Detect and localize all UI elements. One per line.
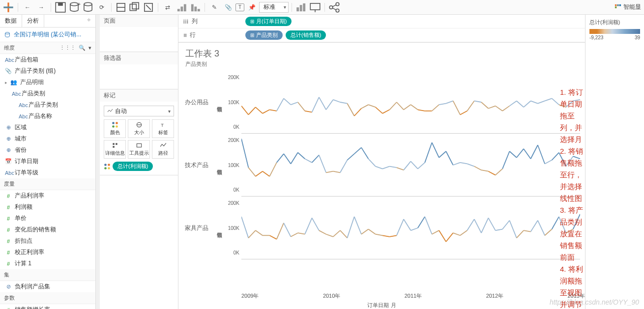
field-item[interactable]: ⊕省份 <box>0 144 95 156</box>
new-worksheet-icon[interactable] <box>115 1 127 13</box>
sheet-title[interactable]: 工作表 3 <box>178 43 585 60</box>
mark-detail[interactable]: 详细信息 <box>104 140 126 159</box>
field-item[interactable]: #销售额增长率 <box>0 304 95 309</box>
svg-line-83 <box>481 102 488 109</box>
highlight-icon[interactable]: ✎ <box>208 1 221 13</box>
svg-line-90 <box>531 101 538 103</box>
mark-path[interactable]: 路径 <box>152 140 174 159</box>
sort-asc-icon[interactable] <box>175 1 188 13</box>
field-item[interactable]: Abc产品子类别 <box>0 99 95 111</box>
svg-line-186 <box>531 221 538 232</box>
pane-menu-icon[interactable]: ÷ <box>82 15 95 27</box>
columns-shelf[interactable]: ⊞月(订单日期) <box>242 17 585 26</box>
filters-shelf[interactable] <box>100 64 178 89</box>
clear-icon[interactable] <box>142 1 155 13</box>
field-item[interactable]: ⊕城市 <box>0 133 95 144</box>
smart-show-button[interactable]: 智能显 <box>615 3 641 11</box>
mark-tooltip[interactable]: 工具提示 <box>128 140 150 159</box>
svg-line-51 <box>256 107 263 113</box>
line-plot[interactable] <box>241 71 580 134</box>
pages-shelf[interactable] <box>100 27 178 52</box>
shelf-pill[interactable]: ⊞产品类别 <box>245 30 283 40</box>
svg-line-99 <box>256 171 263 176</box>
mark-label[interactable]: T标签 <box>152 119 174 138</box>
svg-line-165 <box>382 235 389 237</box>
svg-line-65 <box>354 109 361 116</box>
field-item[interactable]: #校正利润率 <box>0 247 95 258</box>
dim-search-icon[interactable]: 🔍 <box>79 45 86 51</box>
line-plot[interactable] <box>241 134 580 197</box>
field-item[interactable]: Abc产品类别 <box>0 88 95 99</box>
svg-line-110 <box>333 171 340 173</box>
svg-point-47 <box>104 167 107 169</box>
field-item[interactable]: #产品利润率 <box>0 190 95 201</box>
presentation-icon[interactable] <box>309 1 322 13</box>
svg-line-118 <box>389 167 396 168</box>
svg-line-112 <box>347 154 354 160</box>
instruction-annotations: 1. 将订单日期拖至列，并选择月2. 将销售额拖至行，并选择线性图3. 将产品类… <box>560 86 585 309</box>
svg-line-107 <box>312 155 319 163</box>
rows-shelf[interactable]: ⊞产品类别总计(销售额) <box>242 30 585 40</box>
sort-desc-icon[interactable] <box>189 1 202 13</box>
shelf-pill[interactable]: ⊞月(订单日期) <box>245 17 292 26</box>
show-me-icon[interactable] <box>295 1 308 13</box>
group-icon[interactable]: 📎 <box>222 1 234 13</box>
back-icon[interactable]: ← <box>21 1 34 13</box>
field-item[interactable]: #计算 1 <box>0 258 95 269</box>
marks-color-pill[interactable]: 总计(利润额) <box>113 162 153 171</box>
tab-analytics[interactable]: 分析 <box>22 15 44 27</box>
svg-line-171 <box>425 217 432 234</box>
shelf-pill[interactable]: 总计(销售额) <box>286 30 326 40</box>
svg-line-103 <box>284 154 291 164</box>
svg-rect-17 <box>194 6 197 11</box>
svg-point-26 <box>336 9 339 12</box>
svg-line-64 <box>347 104 354 116</box>
save-icon[interactable] <box>54 1 67 13</box>
marks-type-select[interactable]: 自动 <box>104 106 174 116</box>
field-item[interactable]: Abc产品包箱 <box>0 54 95 65</box>
svg-line-145 <box>241 217 248 238</box>
text-icon[interactable]: T <box>235 3 244 11</box>
datasource-item[interactable]: 全国订单明细 (某公司销... <box>0 28 95 42</box>
forward-icon[interactable]: → <box>35 1 48 13</box>
field-item[interactable]: Abc订单等级 <box>0 167 95 178</box>
svg-line-126 <box>446 151 453 165</box>
swap-icon[interactable]: ⇄ <box>161 1 174 13</box>
field-item[interactable]: #利润额 <box>0 201 95 213</box>
sets-header: 集 <box>0 269 95 281</box>
legend-title: 总计(利润额) <box>589 19 640 26</box>
svg-line-163 <box>368 229 375 234</box>
svg-line-146 <box>248 230 255 238</box>
svg-line-52 <box>263 110 269 113</box>
params-header: 参数 <box>0 292 95 304</box>
refresh-icon[interactable]: ⟳ <box>95 1 108 13</box>
tab-data[interactable]: 数据 <box>0 15 22 27</box>
field-item[interactable]: #折扣点 <box>0 235 95 247</box>
svg-line-129 <box>467 164 474 166</box>
svg-text:+: + <box>78 1 81 7</box>
pin-icon[interactable]: 📌 <box>245 1 258 13</box>
field-item[interactable]: ⊕区域 <box>0 122 95 133</box>
view-size-select[interactable]: 标准 <box>259 2 289 13</box>
field-item[interactable]: 📎产品子类别 (组) <box>0 65 95 77</box>
field-item[interactable]: 👥产品明细 <box>0 77 95 88</box>
share-icon[interactable] <box>328 1 341 13</box>
svg-line-179 <box>481 218 488 233</box>
measures-header: 度量 <box>0 178 95 190</box>
new-datasource-icon[interactable]: + <box>68 1 81 13</box>
mark-size[interactable]: 大小 <box>128 119 150 138</box>
field-item[interactable]: #变化后的销售额 <box>0 224 95 235</box>
field-item[interactable]: #单价 <box>0 213 95 224</box>
svg-line-71 <box>397 102 404 110</box>
color-legend[interactable]: 总计(利润额) -9,22339 <box>585 15 644 309</box>
field-item[interactable]: Abc产品名称 <box>0 111 95 122</box>
tableau-logo-icon[interactable] <box>2 1 15 13</box>
duplicate-icon[interactable] <box>128 1 141 13</box>
field-item[interactable]: 📅订单日期 <box>0 156 95 167</box>
view-list-icon[interactable]: ⋮⋮⋮ <box>59 45 76 51</box>
field-item[interactable]: ⊘负利润产品集 <box>0 281 95 292</box>
svg-line-131 <box>481 170 488 171</box>
line-plot[interactable] <box>241 197 580 259</box>
pause-data-icon[interactable] <box>82 1 94 13</box>
mark-color[interactable]: 颜色 <box>104 119 126 138</box>
